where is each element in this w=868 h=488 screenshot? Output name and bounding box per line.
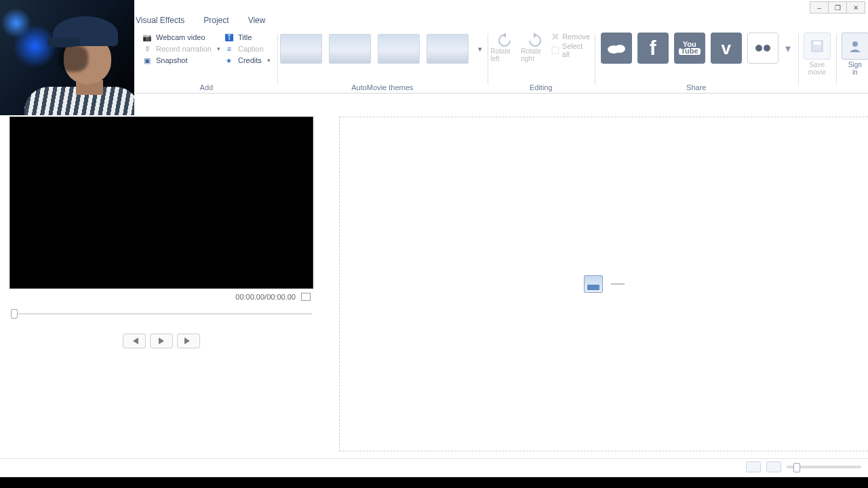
record-narration-label: Record narration: [156, 45, 212, 53]
chevron-down-icon: ▾: [216, 45, 220, 52]
microphone-icon: [142, 44, 152, 54]
ribbon: Webcam video Record narration ▾ Snapshot…: [136, 31, 868, 94]
ribbon-group-save: Save movie: [798, 31, 836, 93]
window-close-button[interactable]: ✕: [846, 1, 865, 14]
rotate-left-label: Rotate left: [490, 47, 518, 62]
svg-point-7: [852, 41, 858, 47]
themes-gallery-expand[interactable]: ▾: [475, 34, 485, 64]
title-icon: [224, 33, 234, 42]
credits-icon: [224, 56, 234, 65]
flickr-icon: [753, 43, 773, 54]
svg-rect-0: [552, 47, 559, 54]
record-narration-button[interactable]: Record narration ▾: [142, 44, 220, 54]
share-onedrive-button[interactable]: [601, 33, 632, 64]
share-facebook-button[interactable]: f: [637, 33, 669, 64]
skip-back-icon: [130, 338, 138, 344]
play-button[interactable]: [150, 333, 173, 348]
storyboard-area[interactable]: [339, 117, 868, 451]
fullscreen-toggle[interactable]: [301, 293, 311, 301]
remove-label: Remove: [562, 33, 590, 41]
preview-canvas: [9, 117, 313, 289]
share-vimeo-button[interactable]: v: [711, 33, 742, 64]
rotate-left-icon: [496, 33, 513, 47]
share-more-button[interactable]: ▾: [784, 33, 792, 64]
snapshot-icon: [142, 56, 152, 65]
theme-thumbnail[interactable]: [280, 34, 322, 64]
next-frame-button[interactable]: [177, 333, 200, 348]
webcam-overlay: [0, 0, 134, 115]
caption-label: Caption: [238, 45, 264, 53]
ribbon-group-add: Webcam video Record narration ▾ Snapshot…: [136, 31, 277, 93]
tab-view[interactable]: View: [248, 16, 266, 30]
caption-button[interactable]: Caption: [224, 44, 271, 54]
select-all-icon: [551, 46, 559, 54]
status-bar: [0, 458, 868, 474]
user-icon: [848, 39, 863, 54]
select-all-button[interactable]: Select all: [551, 42, 591, 58]
rotate-left-button[interactable]: Rotate left: [490, 33, 518, 62]
vimeo-icon: v: [722, 38, 731, 59]
theme-thumbnail[interactable]: [329, 34, 371, 64]
group-title-editing: Editing: [488, 83, 595, 92]
media-placeholder-icon: [584, 275, 603, 293]
share-youtube-button[interactable]: You Tube: [674, 33, 705, 64]
tab-visual-effects[interactable]: Visual Effects: [136, 16, 184, 30]
svg-point-3: [755, 45, 762, 52]
webcam-video-button[interactable]: Webcam video: [142, 33, 220, 42]
seek-handle[interactable]: [11, 309, 18, 319]
credits-label: Credits: [238, 56, 262, 64]
chevron-down-icon: ▾: [266, 57, 271, 64]
facebook-icon: f: [650, 37, 656, 60]
play-icon: [158, 338, 165, 344]
prev-frame-button[interactable]: [123, 333, 146, 348]
preview-timecode: 00:00.00/00:00.00: [235, 293, 296, 301]
camera-icon: [142, 33, 152, 42]
ribbon-group-editing: Rotate left Rotate right Remove Select a…: [488, 31, 595, 93]
rotate-right-label: Rotate right: [521, 47, 549, 62]
svg-point-4: [764, 45, 770, 52]
svg-point-2: [614, 45, 625, 53]
video-letterbox: [0, 477, 868, 488]
save-icon: [810, 39, 825, 54]
select-all-label: Select all: [562, 42, 591, 58]
window-minimize-button[interactable]: –: [810, 1, 829, 14]
zoom-slider[interactable]: [787, 466, 861, 468]
save-movie-label-1: Save: [809, 61, 825, 68]
ribbon-tabs: Visual Effects Project View: [136, 16, 265, 30]
status-view-list-button[interactable]: [766, 462, 781, 472]
status-view-thumb-button[interactable]: [746, 462, 761, 472]
ribbon-group-signin: Sign in: [836, 31, 868, 93]
rotate-right-icon: [527, 33, 543, 47]
title-label: Title: [238, 33, 252, 41]
sign-in-label-1: Sign: [848, 61, 862, 68]
tab-project[interactable]: Project: [203, 16, 229, 30]
placeholder-dash: [611, 283, 625, 285]
save-movie-button[interactable]: Save movie: [802, 33, 833, 76]
theme-thumbnail[interactable]: [427, 34, 469, 64]
ribbon-group-share: f You Tube v ▾ Share: [595, 31, 798, 93]
skip-forward-icon: [184, 338, 193, 344]
group-title-add: Add: [136, 83, 277, 92]
snapshot-label: Snapshot: [156, 56, 187, 64]
onedrive-icon: [606, 42, 627, 54]
theme-thumbnail[interactable]: [378, 34, 420, 64]
share-flickr-button[interactable]: [747, 33, 778, 64]
group-title-themes: AutoMovie themes: [277, 83, 488, 92]
title-button[interactable]: Title: [224, 33, 271, 42]
group-title-share: Share: [595, 83, 798, 92]
remove-button[interactable]: Remove: [551, 33, 590, 41]
seek-track: [11, 313, 312, 314]
sign-in-button[interactable]: Sign in: [840, 33, 868, 76]
ribbon-group-themes: ▾ AutoMovie themes: [277, 31, 488, 93]
storyboard-placeholder: [584, 275, 625, 293]
rotate-right-button[interactable]: Rotate right: [521, 33, 549, 62]
sign-in-label-2: in: [852, 68, 858, 76]
preview-panel: 00:00.00/00:00.00: [9, 117, 313, 348]
window-maximize-button[interactable]: ❐: [828, 1, 847, 14]
save-movie-label-2: movie: [808, 68, 826, 76]
svg-rect-6: [814, 41, 821, 45]
snapshot-button[interactable]: Snapshot: [142, 56, 220, 65]
seek-bar[interactable]: [11, 309, 312, 319]
close-icon: [551, 33, 559, 41]
credits-button[interactable]: Credits ▾: [224, 56, 271, 65]
